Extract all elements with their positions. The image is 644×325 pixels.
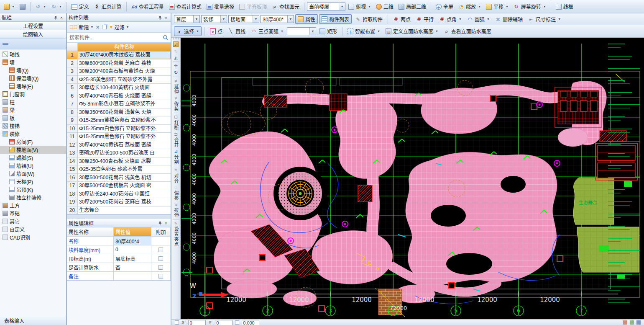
checkbox[interactable] [158, 248, 163, 252]
三点画弧-button[interactable]: 三点画弧▼ [249, 27, 286, 36]
rotate-tool[interactable] [173, 70, 179, 75]
component-row[interactable]: 9Φ15-25mm黄褐色卵石 立砌砂浆不 [67, 116, 171, 125]
30厚400*-combo[interactable]: 30厚400*▼ [261, 15, 294, 23]
chevron-down-icon[interactable]: ▼ [220, 15, 227, 23]
copy-offset-tool[interactable] [173, 48, 179, 54]
table-input-tab[interactable]: 表格输入 [0, 316, 66, 325]
search-icon[interactable] [162, 34, 169, 41]
merge-tool[interactable]: 合并 [173, 132, 179, 147]
property-row[interactable]: 顶标高(m)层底标高 [67, 254, 171, 263]
stretch-tool[interactable]: 拉伸 [173, 202, 179, 218]
property-row[interactable]: 是否计算防水否 [67, 263, 171, 272]
component-row[interactable]: 130厚400*400黄木纹板岩 荔枝面 [67, 51, 171, 59]
删除辅轴-button[interactable]: 删除辅轴 [493, 15, 525, 23]
平行-button[interactable]: 平行 [414, 15, 436, 23]
component-row[interactable]: 7Φ5-8mm彩色小豆石 立砌砂浆不外 [67, 100, 171, 108]
component-row[interactable]: 230厚600*300花岗岩 芝麻白 荔枝 [67, 59, 171, 68]
chevron-down-icon[interactable]: ▼ [339, 3, 345, 10]
属性-button[interactable]: 属性 [295, 14, 318, 24]
status-x-value[interactable]: 0 [188, 320, 206, 325]
tree-item-wall[interactable]: 墙(Q) [0, 66, 66, 74]
component-row[interactable]: 20生态舞台 [67, 206, 171, 215]
split-tool[interactable]: 分割 [173, 149, 179, 165]
status-checkbox2[interactable] [235, 320, 239, 325]
俯视-button[interactable]: 俯视▼ [346, 2, 373, 11]
pin-icon[interactable] [157, 220, 163, 226]
project-settings-button[interactable]: 工程设置 [0, 22, 66, 30]
property-value[interactable]: 30厚400*4 [114, 237, 151, 245]
align-tool[interactable]: 对齐 [173, 168, 179, 183]
tree-item-wall-pier[interactable]: 墙垛(E) [0, 82, 66, 90]
尺寸标注-button[interactable]: 尺寸标注▼ [526, 15, 563, 23]
tree-item-insulation-wall[interactable]: 保温墙(Q) [0, 74, 66, 82]
tree-item-door-window[interactable]: 门窗洞 [0, 90, 66, 98]
extend-tool[interactable]: 延伸 [173, 78, 179, 94]
首层-combo[interactable]: 首层▼ [174, 15, 200, 23]
status-y-value[interactable]: 0 [215, 320, 233, 325]
drawing-input-button[interactable]: 绘图输入 [0, 30, 66, 39]
component-row[interactable]: 1830厚边长240-400花岗岩 中国红 [67, 190, 171, 199]
chevron-down-icon[interactable]: ▼ [287, 15, 294, 23]
缩放-button[interactable]: 缩放▼ [456, 2, 483, 11]
delete-component-button[interactable]: × [96, 24, 99, 31]
drag-handle[interactable] [173, 39, 179, 40]
offset-tool[interactable]: 偏移 [173, 185, 179, 201]
mirror-tool[interactable] [173, 55, 179, 60]
new-component-button[interactable]: ⁺⃞ 新建 ▼ [69, 23, 93, 31]
tree-item-decoration[interactable]: 装修 [0, 130, 66, 138]
close-icon[interactable]: × [163, 220, 169, 226]
查看立面防水高度-button[interactable]: 查看立面防水高度 [442, 27, 493, 36]
屏幕旋转-button[interactable]: 屏幕旋转▼ [511, 2, 548, 11]
close-icon[interactable]: × [163, 15, 169, 21]
component-row[interactable]: 330厚200*400青石板与黄锈石 火烧 [67, 67, 171, 76]
component-row[interactable]: 10Φ15-25mm白色卵石 立砌砂浆不外 [67, 125, 171, 133]
tree-item-others[interactable]: 其它 [0, 217, 66, 225]
矩形-button[interactable]: 矩形 [317, 27, 339, 36]
property-value[interactable]: 层底标高 [114, 254, 151, 263]
set-grips-tool[interactable]: 设置夹点 [173, 221, 179, 247]
property-value[interactable]: 否 [114, 263, 151, 271]
component-row[interactable]: 11Φ15-25mm黑色卵石 立砌砂浆不外 [67, 133, 171, 141]
当前楼层-combo[interactable]: 当前楼层▼ [307, 3, 345, 10]
component-row[interactable]: 830厚350*600花岗岩 浅黄色 火烧 [67, 108, 171, 117]
构件列表-button[interactable]: 构件列表 [319, 14, 352, 24]
tree-item-dado[interactable]: 墙裙(U) [0, 162, 66, 170]
定义立面防水高度-button[interactable]: 定义立面防水高度▼ [383, 27, 440, 36]
checkbox[interactable] [158, 265, 163, 270]
圆弧-button[interactable]: 圆弧▼ [465, 15, 492, 23]
点-button[interactable]: 点 [208, 27, 225, 36]
property-value[interactable] [114, 272, 151, 280]
查找图元-button[interactable]: 查找图元 [270, 2, 302, 11]
tree-item-custom[interactable]: 自定义 [0, 225, 66, 233]
status-icon-3[interactable] [636, 320, 641, 325]
copy-component-button[interactable] [102, 25, 107, 29]
两点-button[interactable]: 两点 [391, 15, 413, 23]
format-painter-tool[interactable] [173, 41, 179, 47]
component-row[interactable]: 1730厚500*500金锈板岩 火烧面 密 [67, 182, 171, 190]
tree-item-axis[interactable]: 轴线 [0, 50, 66, 58]
tree-item-wall-face[interactable]: 墙面(W) [0, 170, 66, 178]
pin-icon[interactable] [157, 15, 163, 21]
status-icon-1[interactable] [623, 320, 627, 325]
查看计算式-button[interactable]: 查看计算式 [167, 2, 204, 11]
property-row[interactable]: 块料厚度(mm)0 [67, 245, 171, 254]
批量选择-button[interactable]: 批量选择 [204, 2, 236, 11]
property-row[interactable]: 备注 [67, 272, 171, 281]
tree-item-floor[interactable]: 楼地面(V) [0, 146, 66, 154]
装修-combo[interactable]: 装修▼ [201, 15, 227, 23]
move-tool[interactable] [173, 63, 179, 69]
filter-button[interactable]: ▼ 过滤 ▼ [109, 23, 129, 31]
tree-item-slab[interactable]: 板 [0, 114, 66, 122]
component-row[interactable]: 13密砌20厚边长100-500页岩池底 自 [67, 149, 171, 157]
tree-item-wall-group[interactable]: 墙 [0, 58, 66, 66]
tree-item-cad-recognition[interactable]: CAD识别 [0, 233, 66, 241]
status-icon-2[interactable] [630, 320, 634, 325]
tree-item-earthwork[interactable]: 土方 [0, 201, 66, 209]
close-icon[interactable]: × [59, 15, 64, 21]
查看工程量-button[interactable]: 查看工程量 [129, 2, 166, 11]
open-folder-button[interactable]: ▼ [2, 3, 17, 10]
trim-tool[interactable]: 修剪 [173, 95, 179, 111]
component-row[interactable]: 1230厚400*400黄锈石 荔枝面 密缝 [67, 141, 171, 150]
pin-icon[interactable] [53, 15, 59, 21]
cad-canvas[interactable]: 生态舞台 [181, 38, 644, 319]
